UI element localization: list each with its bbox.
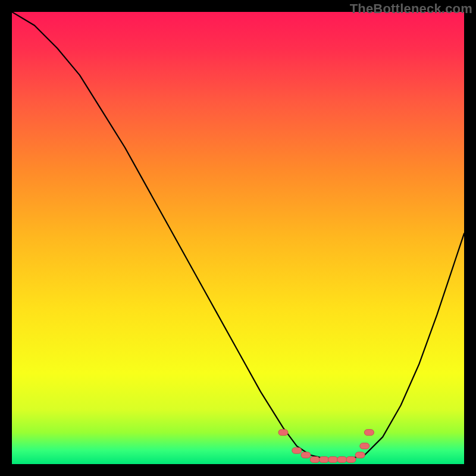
trough-marker [310, 456, 320, 462]
trough-marker [360, 443, 369, 449]
trough-marker [364, 430, 374, 436]
trough-marker [319, 456, 328, 462]
plot-area [12, 12, 464, 464]
trough-marker [346, 456, 356, 462]
trough-marker [278, 430, 288, 436]
trough-markers [278, 430, 374, 463]
bottleneck-curve [12, 12, 464, 459]
trough-marker [292, 447, 302, 453]
curve-layer [12, 12, 464, 464]
trough-marker [301, 452, 311, 458]
trough-marker [328, 456, 338, 462]
chart-frame: TheBottleneck.com [0, 0, 476, 476]
watermark-text: TheBottleneck.com [350, 1, 472, 17]
trough-marker [355, 452, 365, 458]
trough-marker [337, 456, 347, 462]
